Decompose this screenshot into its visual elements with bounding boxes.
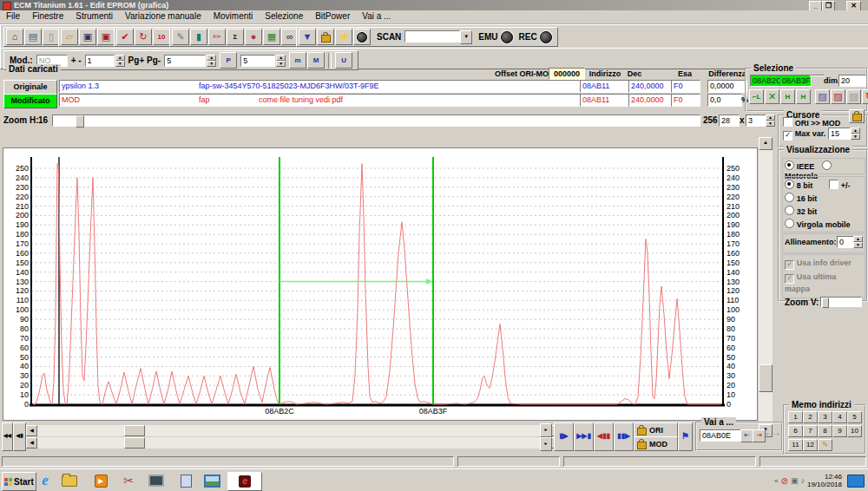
- lock-button[interactable]: [317, 29, 334, 45]
- memo-button-7[interactable]: 7: [803, 425, 818, 437]
- plusminus-checkbox[interactable]: [829, 180, 838, 189]
- scan-combobox-value[interactable]: [404, 30, 460, 43]
- chart-button[interactable]: ▦: [263, 29, 280, 45]
- battery-button[interactable]: ▮: [190, 29, 207, 45]
- originale-field[interactable]: ypsilon 1.3 fap-sw-3454Y570-51825023-MJD…: [59, 80, 585, 93]
- play-all-button[interactable]: ▶▶▮: [574, 422, 594, 451]
- step-stepper[interactable]: 1 ▲▼: [85, 55, 125, 67]
- vscroll-thumb[interactable]: [759, 364, 773, 392]
- mod-indirizzo-field[interactable]: 08AB11: [580, 94, 630, 107]
- media-player-icon[interactable]: ▶: [90, 472, 111, 489]
- ori-button[interactable]: ORI: [634, 422, 678, 437]
- edit-button[interactable]: ✏: [208, 29, 226, 45]
- sigma-button[interactable]: Σ: [227, 29, 244, 45]
- paste-disabled-button[interactable]: ▨: [846, 89, 861, 104]
- bit8-radio[interactable]: [785, 180, 794, 189]
- memo-button-10[interactable]: 10: [847, 425, 862, 437]
- memo-button-4[interactable]: 4: [832, 411, 847, 423]
- modificato-button[interactable]: Modificato: [3, 94, 57, 108]
- min-button[interactable]: m: [289, 52, 306, 69]
- allineamento-stepper[interactable]: ▲▼: [853, 236, 863, 247]
- scan-combobox[interactable]: ▼: [404, 30, 472, 44]
- windows-button[interactable]: ▤: [24, 29, 42, 45]
- menu-item-strumenti[interactable]: Strumenti: [69, 10, 119, 22]
- play-one-button[interactable]: ▮▶: [554, 422, 574, 451]
- memo-button-1[interactable]: 1: [788, 411, 803, 423]
- sphere-button[interactable]: ●: [245, 29, 262, 45]
- notes-button[interactable]: ✎: [172, 29, 189, 45]
- zoom-h-points-field[interactable]: 28: [719, 115, 740, 127]
- memo-button-6[interactable]: 6: [788, 425, 803, 437]
- eprom-graph[interactable]: 0010102020303040405050606070708080909010…: [3, 148, 757, 420]
- ori-indirizzo-field[interactable]: 08AB11: [580, 80, 630, 93]
- mod-button[interactable]: MOD: [634, 436, 678, 451]
- blocked-icon[interactable]: ⊘: [781, 476, 788, 486]
- ieee-radio[interactable]: [785, 160, 794, 170]
- open-folder-button[interactable]: ▱: [61, 29, 78, 45]
- memo-button-8[interactable]: 8: [818, 425, 832, 437]
- allineamento-field[interactable]: 0: [837, 236, 854, 248]
- ori-esa-field[interactable]: F0: [671, 80, 700, 93]
- calculator-icon[interactable]: [175, 472, 196, 489]
- ecm-taskbar-button[interactable]: e: [227, 472, 262, 491]
- show-desktop-icon[interactable]: [847, 475, 865, 488]
- selezione-end-field[interactable]: 08AB3F: [779, 75, 812, 87]
- h-back-icon[interactable]: ⇠: [766, 430, 772, 438]
- update-button[interactable]: U: [335, 52, 352, 69]
- menu-item-vai-a[interactable]: Vai a ...: [356, 10, 397, 22]
- flag-button[interactable]: ⚑: [678, 422, 693, 451]
- cursore-lock-button[interactable]: [849, 109, 865, 123]
- network-icon[interactable]: ▣: [791, 476, 799, 485]
- bit32-radio[interactable]: [785, 206, 794, 215]
- ori-dec-field[interactable]: 240,0000: [628, 80, 672, 93]
- virgola-radio[interactable]: [785, 219, 794, 228]
- runner-button[interactable]: ⚡: [335, 29, 352, 45]
- pg-down[interactable]: ▼: [207, 61, 216, 67]
- rec-knob[interactable]: [540, 31, 552, 43]
- second-down[interactable]: ▼: [276, 61, 286, 67]
- dim-value-field[interactable]: 20: [838, 75, 866, 87]
- hscroll2-thumb[interactable]: [124, 437, 145, 448]
- hscrollbar-ori[interactable]: ◀ ▶: [26, 425, 555, 436]
- menu-item-finestre[interactable]: Finestre: [26, 10, 69, 22]
- copy-selection-button[interactable]: ▨: [815, 89, 830, 104]
- filter-button[interactable]: ▼: [299, 29, 316, 45]
- start-button[interactable]: Start: [2, 472, 36, 491]
- sel-right-button[interactable]: H: [796, 89, 811, 104]
- chart-vscrollbar[interactable]: ▲ ▼: [759, 137, 773, 437]
- paste-selection-button[interactable]: ▨: [831, 89, 845, 104]
- image-viewer-icon[interactable]: [201, 472, 222, 489]
- sel-cross-button[interactable]: ✕: [765, 89, 779, 104]
- knob-button[interactable]: [353, 29, 371, 45]
- usa-info-checkbox[interactable]: ✓: [785, 260, 794, 270]
- pg-up[interactable]: ▲: [207, 55, 216, 61]
- memo-button-9[interactable]: 9: [832, 425, 847, 437]
- menu-item-variazione-manuale[interactable]: Variazione manuale: [119, 10, 207, 22]
- memo-button-5[interactable]: 5: [847, 411, 862, 423]
- second-up[interactable]: ▲: [276, 55, 286, 61]
- vai-prev-icon[interactable]: ⇤: [740, 429, 753, 442]
- max-button[interactable]: M: [307, 52, 325, 69]
- menu-item-bitpower[interactable]: BitPower: [309, 10, 356, 22]
- column-button[interactable]: ▯: [43, 29, 60, 45]
- goto-prev-button[interactable]: ◀▮: [13, 422, 26, 451]
- selezione-start-field[interactable]: 08AB2C: [750, 75, 782, 87]
- vai-next-icon[interactable]: ⇥: [753, 429, 766, 442]
- scroll-link-up-button[interactable]: ▸: [540, 423, 552, 437]
- step-up[interactable]: ▲: [115, 55, 125, 61]
- memo-button-2[interactable]: 2: [803, 411, 818, 423]
- mod-dec-field[interactable]: 240,0000: [628, 94, 672, 107]
- bit16-radio[interactable]: [785, 193, 794, 202]
- goto-start-button[interactable]: ◀◀: [2, 422, 13, 451]
- step-down[interactable]: ▼: [115, 61, 125, 67]
- menu-item-file[interactable]: File: [0, 10, 26, 22]
- hscrollbar-mod[interactable]: ◀ ▶: [26, 437, 555, 448]
- max-var-checkbox[interactable]: ✓ Max var.: [783, 128, 825, 141]
- zoom-h-slider[interactable]: [52, 115, 700, 127]
- memo-button-3[interactable]: 3: [818, 411, 832, 423]
- hscroll1-thumb[interactable]: [124, 425, 145, 436]
- reset-button[interactable]: ↻: [862, 89, 868, 104]
- zoom-h-mult-field[interactable]: 3: [746, 115, 766, 127]
- home-button[interactable]: ⌂: [6, 29, 23, 45]
- step-forward-button[interactable]: ▮▮▶: [614, 422, 634, 451]
